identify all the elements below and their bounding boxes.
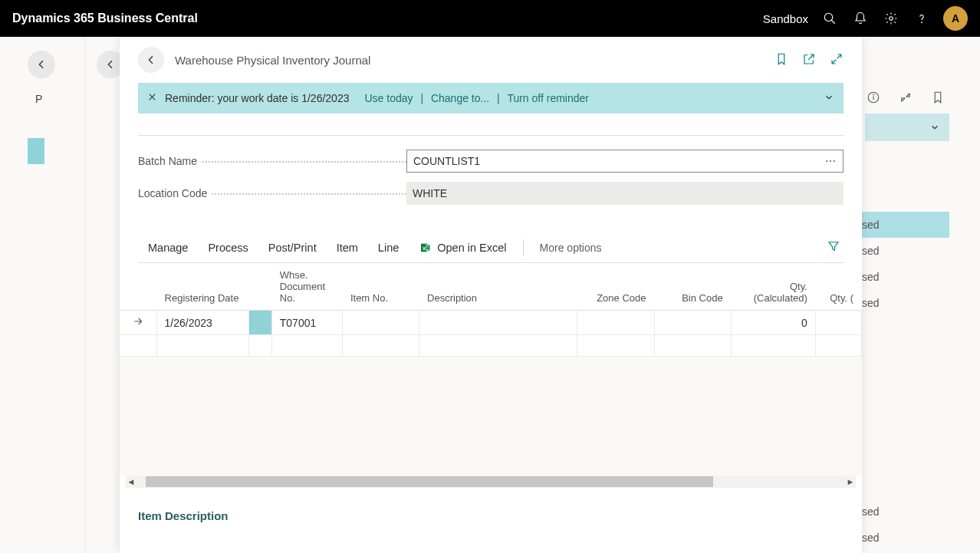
col-registering-date[interactable]: Registering Date <box>156 263 248 311</box>
cell-qty-calc[interactable]: 0 <box>731 311 815 335</box>
collapse-icon <box>899 91 913 107</box>
turn-off-link[interactable]: Turn off reminder <box>507 92 589 104</box>
col-qty-phys[interactable]: Qty. ( <box>815 263 861 311</box>
chevron-down-icon[interactable] <box>824 92 834 105</box>
avatar[interactable]: A <box>943 6 968 31</box>
filter-icon[interactable] <box>827 239 844 255</box>
line-menu[interactable]: Line <box>368 242 409 254</box>
svg-rect-16 <box>426 249 430 251</box>
popout-icon[interactable] <box>802 52 816 68</box>
batch-name-label: Batch Name <box>138 155 202 167</box>
expand-icon[interactable] <box>830 52 844 68</box>
bg-dropdown <box>865 114 949 141</box>
cell-item-no[interactable] <box>342 311 419 335</box>
bookmark-icon <box>931 91 945 107</box>
cell-selector[interactable] <box>248 311 271 335</box>
cell-whse-doc[interactable]: T07001 <box>271 311 342 335</box>
table-row[interactable]: 1/26/2023 T07001 0 <box>120 311 862 335</box>
col-whse-document[interactable]: Whse. Document No. <box>271 263 342 311</box>
cell-zone[interactable] <box>577 311 654 335</box>
col-bin-code[interactable]: Bin Code <box>654 263 731 311</box>
location-code-value: WHITE <box>406 182 844 205</box>
action-bar: Manage Process Post/Print Item Line X Op… <box>138 232 844 263</box>
cell-description[interactable] <box>419 311 577 335</box>
svg-rect-15 <box>426 248 430 249</box>
table-row[interactable] <box>120 335 862 357</box>
page-title: Warehouse Physical Inventory Journal <box>175 54 370 67</box>
back-button-bg[interactable] <box>28 51 55 78</box>
notification-bar: Reminder: your work date is 1/26/2023 Us… <box>138 83 844 114</box>
batch-name-row: Batch Name COUNTLIST1 ⋯ <box>138 150 844 173</box>
info-icon <box>867 91 880 107</box>
cell-registering-date[interactable]: 1/26/2023 <box>156 311 248 335</box>
process-menu[interactable]: Process <box>198 242 258 254</box>
svg-line-1 <box>831 20 835 24</box>
scroll-right-icon[interactable]: ► <box>845 477 856 486</box>
manage-menu[interactable]: Manage <box>138 242 198 254</box>
col-zone-code[interactable]: Zone Code <box>577 263 654 311</box>
use-today-link[interactable]: Use today <box>364 92 413 104</box>
col-description[interactable]: Description <box>419 263 577 311</box>
footer-section: Item Description <box>120 488 862 553</box>
svg-rect-13 <box>426 245 430 246</box>
cell-bin[interactable] <box>654 311 731 335</box>
item-menu[interactable]: Item <box>327 242 368 254</box>
back-button[interactable] <box>138 47 164 73</box>
notification-message: Reminder: your work date is 1/26/2023 <box>165 92 349 104</box>
app-title: Dynamics 365 Business Central <box>12 12 198 25</box>
search-icon[interactable] <box>814 3 845 34</box>
col-item-no[interactable]: Item No. <box>342 263 419 311</box>
item-description-heading: Item Description <box>138 509 844 522</box>
bg-left-fragment: P <box>28 86 44 190</box>
open-in-excel-button[interactable]: X Open in Excel <box>409 242 516 254</box>
batch-name-value: COUNTLIST1 <box>413 155 480 167</box>
notifications-icon[interactable] <box>845 3 876 34</box>
svg-rect-14 <box>426 246 430 248</box>
change-to-link[interactable]: Change to... <box>431 92 489 104</box>
svg-point-3 <box>922 22 922 23</box>
svg-point-2 <box>890 17 893 21</box>
svg-text:X: X <box>423 245 426 250</box>
svg-point-0 <box>824 13 833 21</box>
bookmark-icon[interactable] <box>774 52 788 68</box>
environment-label: Sandbox <box>763 12 808 25</box>
postprint-menu[interactable]: Post/Print <box>258 242 327 254</box>
bg-table-fragment: sed sed sed sed sed sed sed sed <box>857 160 949 553</box>
location-code-row: Location Code WHITE <box>138 182 844 205</box>
batch-name-input[interactable]: COUNTLIST1 ⋯ <box>406 150 844 173</box>
panel-header: Warehouse Physical Inventory Journal <box>120 37 862 83</box>
settings-icon[interactable] <box>876 3 906 34</box>
table-wrap: Registering Date Whse. Document No. Item… <box>120 263 862 488</box>
close-icon[interactable] <box>147 92 157 104</box>
cell-qty-phys[interactable] <box>815 311 861 335</box>
svg-point-9 <box>873 94 874 95</box>
help-icon[interactable] <box>906 3 937 34</box>
scroll-left-icon[interactable]: ◄ <box>126 477 136 486</box>
top-bar: Dynamics 365 Business Central Sandbox A <box>0 0 980 37</box>
journal-table: Registering Date Whse. Document No. Item… <box>120 263 862 357</box>
location-code-label: Location Code <box>138 187 212 199</box>
main-panel: Warehouse Physical Inventory Journal Rem… <box>120 37 862 553</box>
row-indicator[interactable] <box>120 311 156 335</box>
col-qty-calc[interactable]: Qty. (Calculated) <box>731 263 815 311</box>
horizontal-scrollbar[interactable]: ◄ ► <box>126 476 856 488</box>
more-options-button[interactable]: More options <box>530 242 612 254</box>
lookup-icon[interactable]: ⋯ <box>825 155 837 167</box>
